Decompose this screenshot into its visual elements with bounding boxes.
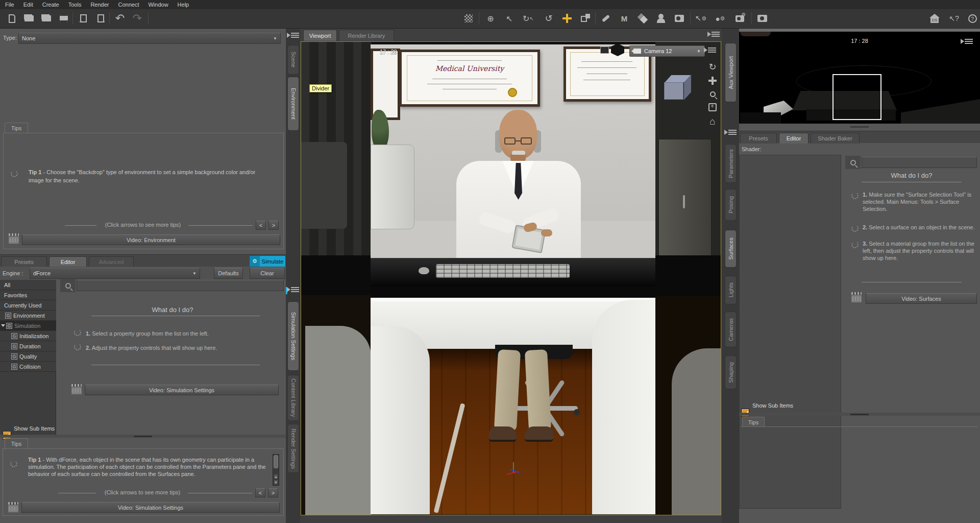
pane-menu-icon[interactable] [708,47,716,54]
universal-tool-icon[interactable]: ⊕ [484,12,497,25]
tab-shader-baker[interactable]: Shader Baker [811,133,860,144]
group-duration[interactable]: Duration [0,341,56,351]
spot-render-tool-icon[interactable] [673,12,686,25]
prev-tip-button[interactable]: < [255,488,265,497]
clear-button[interactable]: Clear [250,268,285,279]
video-surfaces-button[interactable]: Video: Surfaces [866,293,977,304]
dock-tab-aux-viewport[interactable]: Aux Viewport [725,43,737,102]
view-cube-gizmo[interactable] [661,74,694,106]
region-navigator-icon[interactable] [636,12,649,25]
import-icon[interactable]: → [77,12,90,25]
dock-tab-parameters[interactable]: Parameters [725,144,737,183]
dock-tab-content-library[interactable]: Content Library [287,375,299,421]
camera-selector-dropdown[interactable]: Camera 12 ▼ [629,45,705,57]
surfaces-list[interactable] [739,155,841,509]
surfaces-search-input[interactable] [862,157,977,168]
menu-edit[interactable]: Edit [23,2,33,8]
aux-viewport-canvas[interactable]: 17 : 28 [739,32,980,124]
group-initialization[interactable]: Initialization [0,331,56,341]
menu-connect[interactable]: Connect [118,2,139,8]
menu-window[interactable]: Window [148,2,168,8]
undo-icon[interactable]: ↶ [113,12,127,25]
pan-view-icon[interactable] [707,76,718,86]
pane-menu-icon[interactable] [291,287,299,293]
expander-icon[interactable] [1,324,5,327]
video-simulation-settings-button[interactable]: Video: Simulation Settings [85,385,279,395]
orbit-view-icon[interactable]: ↻ [706,61,719,73]
merge-file-icon[interactable] [40,12,53,25]
tab-editor[interactable]: Editor [49,256,87,267]
tab-viewport[interactable]: Viewport [303,30,337,41]
group-simulation[interactable]: Simulation [0,321,56,331]
tab-render-library[interactable]: Render Library [339,30,394,41]
dock-tab-scene[interactable]: Scene [287,45,299,75]
zoom-view-icon[interactable] [707,89,718,99]
group-favorites[interactable]: Favorites [0,290,56,300]
home-view-icon[interactable]: ⌂ [706,115,719,128]
daz-home-icon[interactable]: DS [928,12,941,25]
dock-tab-environment[interactable]: Environment [287,77,299,131]
render-settings-icon[interactable]: ⚙ [733,12,746,25]
group-quality[interactable]: Quality [0,351,56,362]
next-tip-button[interactable]: > [268,488,278,497]
tool-settings-icon[interactable]: ↖⚙ [694,12,707,25]
tab-presets-surfaces[interactable]: Presets [740,133,777,144]
surface-settings-icon[interactable]: ●⚙ [714,12,727,25]
next-tip-button[interactable]: > [268,221,279,230]
figure-tool-icon[interactable] [654,12,668,25]
whats-this-icon[interactable]: ↖? [947,12,961,25]
pane-menu-icon[interactable] [728,130,737,136]
dock-tab-cameras[interactable]: Cameras [725,312,737,347]
viewport-canvas[interactable]: Medical University [301,41,721,515]
dock-tab-simulation-settings[interactable]: Simulation Settings [287,301,299,371]
group-environment[interactable]: Environment [0,311,56,321]
rotate-tool-icon[interactable]: ↺ [542,12,555,25]
pane-menu-icon[interactable] [965,39,973,45]
export-icon[interactable]: → [94,12,107,25]
bone-tool-icon[interactable] [599,12,612,25]
simulation-search-input[interactable] [77,280,284,291]
render-icon[interactable] [755,12,769,25]
group-currently-used[interactable]: Currently Used [0,300,56,311]
pane-splitter[interactable] [739,124,980,131]
pane-menu-icon[interactable] [712,32,720,38]
prev-tip-button[interactable]: < [256,221,266,230]
menu-tools[interactable]: Tools [68,2,82,8]
video-simulation-settings-button-bottom[interactable]: Video: Simulation Settings [21,502,280,513]
simulate-button[interactable]: ⚙ Simulate [250,256,285,267]
environment-type-dropdown[interactable]: None ▼ [18,33,281,44]
node-select-tool-icon[interactable]: ↖ [503,12,516,25]
scale-tool-icon[interactable] [579,12,592,25]
tips-scrollbar[interactable]: ▲ ▼ [273,454,279,486]
pane-splitter[interactable] [0,435,286,438]
tips-tab-bottom[interactable]: Tips [5,438,28,449]
video-environment-button[interactable]: Video: Environment [22,234,280,245]
dock-tab-render-settings[interactable]: Render Settings [287,424,299,473]
frame-view-icon[interactable] [707,102,718,112]
tab-presets[interactable]: Presets [1,256,47,267]
tips-tab-surfaces[interactable]: Tips [742,417,765,427]
menu-create[interactable]: Create [42,2,59,8]
group-all[interactable]: All [0,280,56,290]
rotate-select-tool-icon[interactable]: ↻↖ [522,12,535,25]
menu-help[interactable]: Help [178,2,189,8]
dock-tab-surfaces[interactable]: Surfaces [725,230,737,268]
engine-dropdown[interactable]: dForce ▼ [30,268,200,279]
tab-editor-surfaces[interactable]: Editor [779,133,808,144]
tips-tab[interactable]: Tips [5,123,28,133]
open-file-icon[interactable] [22,12,36,25]
defaults-button[interactable]: Defaults [214,268,243,279]
redo-icon[interactable]: ↷ [131,12,144,25]
menu-file[interactable]: File [5,2,14,8]
dock-tab-lights[interactable]: Lights [725,276,737,304]
menu-render[interactable]: Render [90,2,109,8]
geometry-editor-icon[interactable]: M [618,12,631,25]
dock-tab-posing[interactable]: Posing [725,189,737,221]
help-icon[interactable]: ? [966,12,979,25]
translate-tool-icon[interactable] [560,12,574,25]
new-file-icon[interactable] [5,12,18,25]
tab-advanced[interactable]: Advanced [89,256,134,267]
save-icon[interactable] [57,12,70,25]
group-collision[interactable]: Collision [0,362,56,372]
pane-splitter[interactable] [739,413,980,416]
